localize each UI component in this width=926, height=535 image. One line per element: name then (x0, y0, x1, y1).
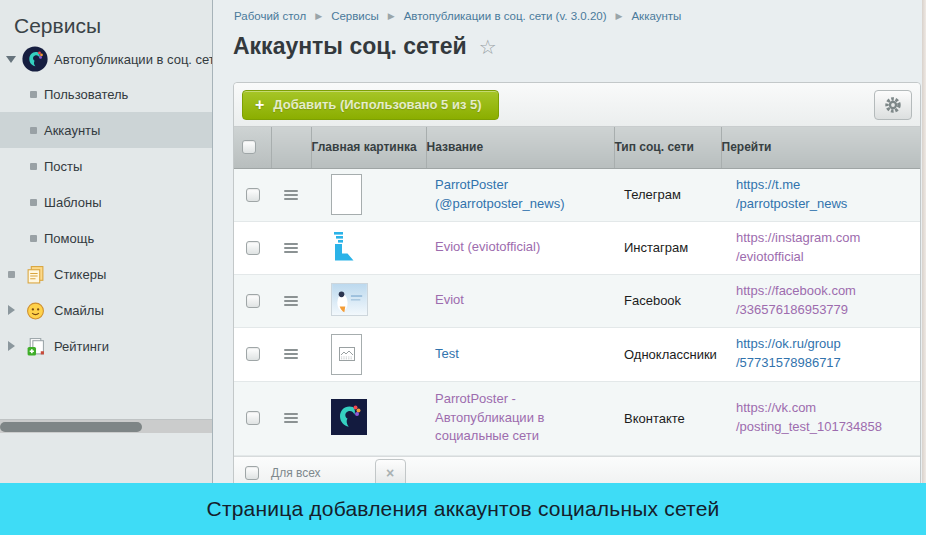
sidebar-horizontal-scrollbar[interactable] (0, 419, 213, 433)
eviot-logo-thumbnail (331, 231, 359, 261)
social-type: Вконтакте (624, 411, 685, 426)
social-type: Facebook (624, 293, 681, 308)
bullet-icon (22, 199, 44, 206)
caption-bar: Страница добавления аккаунтов социальных… (0, 483, 926, 535)
sidebar-item-label: Смайлы (54, 303, 104, 318)
drag-handle-icon[interactable] (284, 243, 298, 253)
window-edge (922, 0, 926, 483)
plus-icon: + (255, 97, 264, 113)
sidebar-item-help[interactable]: Помощь (0, 220, 212, 256)
account-name-link[interactable]: Eviot (eviotofficial) (435, 239, 540, 254)
sidebar-tree: Автопубликации в соц. сети Пользователь … (0, 42, 212, 364)
account-url-link[interactable]: https://vk.com /posting_test_101734858 (736, 400, 882, 434)
grid-settings-button[interactable] (874, 90, 912, 120)
account-url-link[interactable]: https://ok.ru/group /57731578986717 (736, 336, 841, 370)
account-name-link[interactable]: ParrotPoster - Автопубликации в социальн… (435, 391, 544, 444)
favorite-star-icon[interactable]: ☆ (479, 35, 497, 59)
sidebar-item-stickers[interactable]: Стикеры (0, 256, 212, 292)
account-url-link[interactable]: https://instagram.com /eviotofficial (736, 230, 860, 264)
bullet-icon (22, 163, 44, 170)
breadcrumb-arrow-icon: ▶ (616, 11, 623, 21)
account-name-link[interactable]: Eviot (435, 292, 464, 307)
chevron-right-icon[interactable] (0, 305, 22, 315)
drag-handle-icon[interactable] (284, 349, 298, 359)
breadcrumb-desktop[interactable]: Рабочий стол (234, 10, 306, 22)
sidebar-item-smileys[interactable]: Смайлы (0, 292, 212, 328)
column-header-go[interactable]: Перейти (721, 127, 920, 168)
bullet-icon (22, 91, 44, 98)
accounts-grid-panel: + Добавить (Использовано 5 из 5) Главн (233, 82, 921, 491)
breadcrumb: Рабочий стол ▶ Сервисы ▶ Автопубликации … (234, 10, 681, 22)
breadcrumb-arrow-icon: ▶ (388, 11, 395, 21)
sidebar-title: Сервисы (0, 0, 212, 38)
gear-icon (883, 95, 903, 115)
smiley-icon (22, 297, 48, 323)
table-row: Eviot Facebook https://facebook.com /336… (234, 274, 920, 327)
parrotposter-logo-thumbnail (331, 399, 367, 435)
sidebar-item-label: Аккаунты (44, 123, 100, 138)
sidebar-item-ratings[interactable]: Рейтинги (0, 328, 212, 364)
accounts-table: Главная картинка Название Тип соц. сети … (234, 127, 920, 456)
table-row: ParrotPoster - Автопубликации в социальн… (234, 381, 920, 455)
row-checkbox[interactable] (246, 347, 260, 361)
blank-image-thumbnail (331, 174, 362, 215)
breadcrumb-accounts[interactable]: Аккаунты (631, 10, 681, 22)
sidebar-item-templates[interactable]: Шаблоны (0, 184, 212, 220)
main-content: Рабочий стол ▶ Сервисы ▶ Автопубликации … (214, 0, 926, 535)
column-header-name[interactable]: Название (426, 127, 614, 168)
close-icon: × (386, 465, 394, 481)
bullet-icon (22, 235, 44, 242)
account-name-link[interactable]: ParrotPoster (@parrotposter_news) (435, 177, 565, 211)
bullet-icon (22, 127, 44, 134)
caption-text: Страница добавления аккаунтов социальных… (207, 497, 720, 521)
stickers-icon (22, 261, 48, 287)
row-checkbox[interactable] (246, 411, 260, 425)
grid-toolbar: + Добавить (Использовано 5 из 5) (234, 83, 920, 127)
row-checkbox[interactable] (246, 188, 260, 202)
column-header-type[interactable]: Тип соц. сети (614, 127, 721, 168)
chevron-down-icon[interactable] (0, 56, 22, 63)
sidebar: Сервисы Автопубликации в соц. сети Польз… (0, 0, 213, 535)
sidebar-item-accounts[interactable]: Аккаунты (0, 112, 212, 148)
add-button-label: Добавить (Использовано 5 из 5) (273, 97, 481, 112)
sidebar-item-autoposting[interactable]: Автопубликации в соц. сети (0, 42, 212, 76)
account-url-link[interactable]: https://facebook.com /336576186953779 (736, 283, 856, 317)
photo-thumbnail (331, 283, 368, 316)
for-all-label: Для всех (271, 466, 321, 480)
sidebar-item-label: Рейтинги (54, 339, 109, 354)
ratings-icon (22, 333, 48, 359)
sidebar-item-user[interactable]: Пользователь (0, 76, 212, 112)
row-checkbox[interactable] (246, 241, 260, 255)
sidebar-item-label: Стикеры (54, 267, 106, 282)
broken-image-placeholder (331, 334, 362, 375)
row-checkbox[interactable] (246, 294, 260, 308)
chevron-right-icon[interactable] (0, 341, 22, 351)
social-type: Инстаграм (624, 240, 688, 255)
drag-handle-icon[interactable] (284, 413, 298, 423)
social-type: Телеграм (624, 187, 681, 202)
account-name-link[interactable]: Test (435, 346, 459, 361)
breadcrumb-arrow-icon: ▶ (315, 11, 322, 21)
footer-checkbox[interactable] (245, 466, 259, 480)
drag-handle-icon[interactable] (284, 190, 298, 200)
table-row: Eviot (eviotofficial) Инстаграм https://… (234, 221, 920, 274)
table-header-row: Главная картинка Название Тип соц. сети … (234, 127, 920, 168)
select-all-header (234, 127, 271, 168)
breadcrumb-services[interactable]: Сервисы (331, 10, 379, 22)
social-type: Одноклассники (624, 347, 717, 362)
parrotposter-app-icon (22, 46, 48, 72)
sidebar-item-label: Пользователь (44, 87, 128, 102)
drag-handle-icon[interactable] (284, 296, 298, 306)
table-row: ParrotPoster (@parrotposter_news) Телегр… (234, 168, 920, 221)
table-row: Test Одноклассники https://ok.ru/group /… (234, 327, 920, 381)
sidebar-item-label: Автопубликации в соц. сети (54, 52, 212, 67)
add-account-button[interactable]: + Добавить (Использовано 5 из 5) (242, 90, 499, 120)
scrollbar-thumb[interactable] (0, 422, 142, 432)
sidebar-item-label: Шаблоны (44, 195, 102, 210)
sidebar-item-posts[interactable]: Посты (0, 148, 212, 184)
page-title: Аккаунты соц. сетей (233, 33, 467, 60)
account-url-link[interactable]: https://t.me /parrotposter_news (736, 177, 847, 211)
select-all-checkbox[interactable] (242, 140, 256, 154)
breadcrumb-module[interactable]: Автопубликации в соц. сети (v. 3.0.20) (404, 10, 607, 22)
column-header-image[interactable]: Главная картинка (311, 127, 426, 168)
